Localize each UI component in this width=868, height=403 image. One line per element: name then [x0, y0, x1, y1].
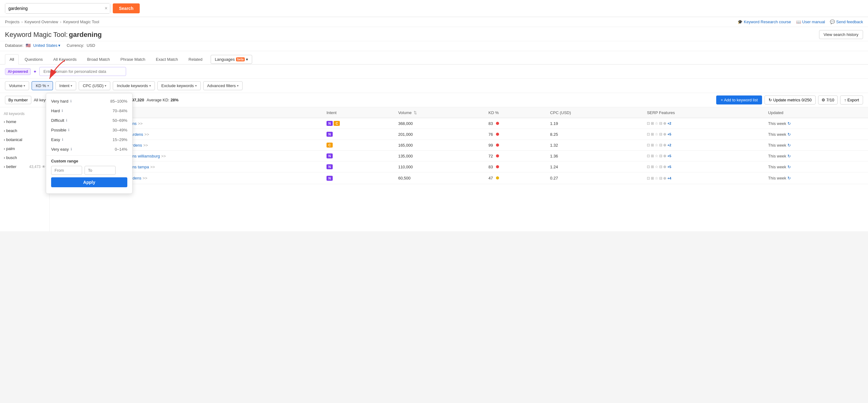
tab-all-keywords[interactable]: All Keywords	[49, 54, 81, 64]
manual-icon: 📖	[796, 20, 801, 24]
update-metrics-button[interactable]: ↻ Update metrics 0/250	[765, 95, 816, 105]
refresh-icon[interactable]: ↻	[787, 121, 791, 126]
view-history-button[interactable]: View search history	[819, 30, 863, 39]
search-input[interactable]	[5, 3, 110, 13]
sidebar-item-botanical[interactable]: › botanical	[0, 135, 49, 144]
exclude-keywords-filter[interactable]: Exclude keywords ▾	[157, 81, 201, 90]
kd-option-very-hard[interactable]: Very hard ℹ 85–100%	[46, 96, 132, 106]
serp-icon-2[interactable]: ⊞	[651, 121, 654, 125]
kd-option-difficult[interactable]: Difficult ℹ 50–69%	[46, 116, 132, 125]
serp-icon-2[interactable]: ⊞	[651, 165, 654, 169]
info-icon[interactable]: ℹ	[71, 147, 72, 151]
serp-icon-5[interactable]: ⊕	[663, 176, 666, 180]
tab-questions[interactable]: Questions	[20, 54, 48, 64]
export-button[interactable]: ↑ Export	[840, 95, 863, 105]
range-from-input[interactable]	[51, 166, 82, 175]
refresh-icon[interactable]: ↻	[787, 132, 791, 137]
info-icon[interactable]: ℹ	[62, 109, 63, 113]
cpc-filter[interactable]: CPC (USD) ▾	[79, 81, 110, 90]
serp-cell: ⊡ ⊞ ☆ ⊟ ⊕ +5	[643, 151, 764, 162]
settings-button[interactable]: ⚙ 7/10	[818, 95, 838, 105]
clear-icon[interactable]: ×	[105, 6, 107, 11]
serp-icon-2[interactable]: ⊞	[651, 154, 654, 158]
serp-icon-3[interactable]: ☆	[655, 176, 658, 180]
intent-badge-n: N	[327, 132, 333, 137]
serp-icon-1[interactable]: ⊡	[647, 176, 650, 180]
serp-icon-2[interactable]: ⊞	[651, 176, 654, 180]
group-by-button[interactable]: By number	[5, 96, 31, 104]
refresh-icon[interactable]: ↻	[787, 154, 791, 159]
serp-icon-5[interactable]: ⊕	[663, 143, 666, 147]
serp-icon-4[interactable]: ⊟	[659, 176, 662, 180]
serp-icon-4[interactable]: ⊟	[659, 154, 662, 158]
serp-icon-2[interactable]: ⊞	[651, 143, 654, 147]
search-button[interactable]: Search	[113, 3, 140, 13]
tab-exact-match[interactable]: Exact Match	[151, 54, 183, 64]
info-icon[interactable]: ℹ	[70, 99, 71, 103]
kd-filter[interactable]: KD % ▾	[32, 81, 53, 90]
research-course-link[interactable]: 🎓 Keyword Research course	[738, 20, 791, 24]
serp-icon-1[interactable]: ⊡	[647, 154, 650, 158]
serp-icon-4[interactable]: ⊟	[659, 165, 662, 169]
sidebar-item-palm[interactable]: › palm	[0, 144, 49, 153]
refresh-icon[interactable]: ↻	[787, 143, 791, 148]
serp-icon-5[interactable]: ⊕	[663, 165, 666, 169]
serp-icon-5[interactable]: ⊕	[663, 132, 666, 136]
serp-icon-2[interactable]: ⊞	[651, 132, 654, 136]
serp-icon-1[interactable]: ⊡	[647, 165, 650, 169]
range-to-input[interactable]	[85, 166, 116, 175]
serp-icon-3[interactable]: ☆	[655, 143, 658, 147]
country-link[interactable]: United States ▾	[33, 43, 60, 48]
kd-option-hard[interactable]: Hard ℹ 70–84%	[46, 106, 132, 116]
serp-icon-1[interactable]: ⊡	[647, 143, 650, 147]
keyword-link[interactable]: callaway gardens >>	[110, 176, 319, 180]
serp-icon-3[interactable]: ☆	[655, 121, 658, 125]
tab-phrase-match[interactable]: Phrase Match	[116, 54, 150, 64]
refresh-icon[interactable]: ↻	[787, 176, 791, 180]
kd-option-very-easy[interactable]: Very easy ℹ 0–14%	[46, 144, 132, 154]
keyword-link[interactable]: busch gardens >>	[110, 121, 319, 126]
serp-icon-1[interactable]: ⊡	[647, 121, 650, 125]
intent-filter[interactable]: Intent ▾	[56, 81, 76, 90]
info-icon[interactable]: ℹ	[62, 138, 63, 142]
advanced-filters-button[interactable]: Advanced filters ▾	[203, 81, 243, 90]
include-keywords-filter[interactable]: Include keywords ▾	[113, 81, 155, 90]
serp-icon-3[interactable]: ☆	[655, 132, 658, 136]
keyword-link[interactable]: longwood gardens >>	[110, 132, 319, 137]
refresh-icon[interactable]: ↻	[787, 165, 791, 169]
sidebar-item-beach[interactable]: › beach	[0, 126, 49, 135]
info-right: + Add to keyword list ↻ Update metrics 0…	[716, 95, 863, 105]
sidebar-item-home[interactable]: › home	[0, 117, 49, 126]
volume-filter[interactable]: Volume ▾	[5, 81, 29, 90]
breadcrumb-projects[interactable]: Projects	[5, 20, 20, 24]
languages-button[interactable]: Languages beta ▾	[211, 55, 252, 64]
sidebar-item-better[interactable]: › better 43,473 👁	[0, 162, 49, 171]
ai-domain-input[interactable]	[39, 67, 126, 76]
col-volume[interactable]: Volume ⇅	[394, 107, 485, 118]
serp-icon-4[interactable]: ⊟	[659, 121, 662, 125]
apply-button[interactable]: Apply	[51, 177, 127, 187]
feedback-link[interactable]: 💬 Send feedback	[830, 20, 863, 24]
kd-cell: 83	[485, 118, 547, 129]
tab-all[interactable]: All	[5, 54, 19, 64]
serp-icon-5[interactable]: ⊕	[663, 154, 666, 158]
keyword-link[interactable]: busch gardens williamsburg >>	[110, 154, 319, 159]
keyword-link[interactable]: botanical gardens >>	[110, 143, 319, 148]
serp-icon-4[interactable]: ⊟	[659, 143, 662, 147]
info-icon[interactable]: ℹ	[68, 128, 69, 132]
tab-related[interactable]: Related	[184, 54, 207, 64]
info-icon[interactable]: ℹ	[66, 118, 67, 122]
kd-option-easy[interactable]: Easy ℹ 15–29%	[46, 135, 132, 144]
add-to-keyword-list-button[interactable]: + Add to keyword list	[716, 95, 762, 105]
sidebar-item-busch[interactable]: › busch	[0, 153, 49, 162]
serp-icon-3[interactable]: ☆	[655, 154, 658, 158]
serp-icon-4[interactable]: ⊟	[659, 132, 662, 136]
breadcrumb-keyword-overview[interactable]: Keyword Overview	[25, 20, 58, 24]
kd-option-possible[interactable]: Possible ℹ 30–49%	[46, 125, 132, 135]
serp-icon-3[interactable]: ☆	[655, 165, 658, 169]
serp-icon-1[interactable]: ⊡	[647, 132, 650, 136]
keyword-link[interactable]: busch gardens tampa >>	[110, 165, 319, 169]
serp-icon-5[interactable]: ⊕	[663, 121, 666, 125]
user-manual-link[interactable]: 📖 User manual	[796, 20, 825, 24]
tab-broad-match[interactable]: Broad Match	[83, 54, 115, 64]
